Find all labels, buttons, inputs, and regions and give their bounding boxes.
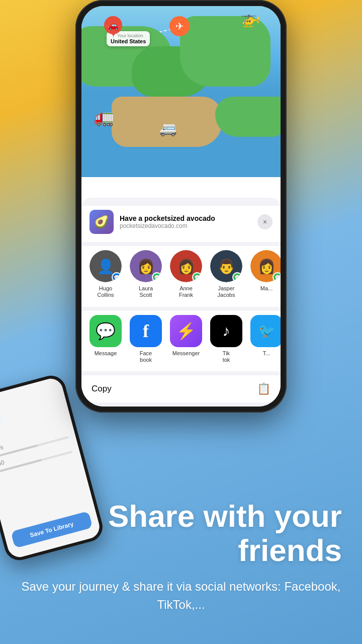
contact-name-anne: AnneFrank [179, 285, 193, 298]
contact-name-jasper: JasperJacobs [218, 285, 235, 298]
main-heading: Share with your friends [20, 499, 342, 568]
car-icon: 🚗 [104, 16, 122, 34]
phone-frame: 📍 Your location United States 🚗 ✈ 🚁 🚛 🚐 [75, 0, 287, 413]
share-title-container: Have a pocketsized avocado pocketsizedav… [120, 214, 257, 229]
bottom-section: Share with your friends Save your journe… [0, 403, 362, 644]
app-icon-messenger: ⚡ [170, 315, 202, 347]
share-sheet: 🥑 Have a pocketsized avocado pocketsized… [81, 198, 281, 407]
contact-ma[interactable]: 👩 💬 Ma... [250, 250, 281, 298]
copy-label: Copy [92, 384, 112, 394]
sub-text: Save your journey & share it via social … [20, 578, 342, 614]
copy-row[interactable]: Copy 📋 [81, 375, 281, 403]
app-name-tiktok: Tiktok [223, 350, 230, 363]
contact-badge-anne: 💬 [192, 272, 202, 282]
share-title-text: Have a pocketsized avocado [120, 214, 257, 222]
location-label: Your location [117, 33, 143, 38]
van-icon: 🚐 [159, 120, 177, 137]
map-area: 📍 Your location United States 🚗 ✈ 🚁 🚛 🚐 [81, 6, 281, 177]
contact-badge-laura: 💬 [152, 272, 162, 282]
contact-name-hugo: HugoCollins [97, 285, 114, 298]
contact-avatar-anne: 👩 💬 [170, 250, 202, 282]
contact-hugo-collins[interactable]: 👤 💬 HugoCollins [89, 250, 122, 298]
app-icon-twitter: 🐦 [250, 315, 281, 347]
plane-icon: ✈ [169, 16, 190, 36]
contact-name-ma: Ma... [260, 285, 273, 292]
close-button[interactable]: × [257, 214, 273, 229]
helicopter-icon: 🚁 [240, 9, 260, 28]
contact-anne-frank[interactable]: 👩 💬 AnneFrank [170, 250, 202, 298]
contact-laura-scott[interactable]: 👩 💬 LauraScott [130, 250, 162, 298]
contact-jasper-jacobs[interactable]: 👨 💬 JasperJacobs [210, 250, 242, 298]
app-name-message: Message [95, 350, 117, 357]
share-url: pocketsizedavocado.com [120, 222, 257, 229]
close-icon: × [263, 218, 267, 226]
share-header: 🥑 Have a pocketsized avocado pocketsized… [81, 206, 281, 242]
copy-icon: 📋 [257, 382, 270, 395]
app-icon-tiktok: ♪ [210, 315, 242, 347]
app-name-messenger: Messenger [172, 350, 200, 357]
location-name: United States [111, 38, 146, 44]
app-messenger[interactable]: ⚡ Messenger [170, 315, 202, 363]
app-message[interactable]: 💬 Message [89, 315, 122, 363]
contact-avatar-laura: 👩 💬 [130, 250, 162, 282]
contact-avatar-ma: 👩 💬 [250, 250, 281, 282]
truck-icon: 🚛 [94, 108, 114, 127]
contact-name-laura: LauraScott [139, 285, 153, 298]
app-twitter[interactable]: 🐦 T... [250, 315, 281, 363]
app-icon-facebook: f [130, 315, 162, 347]
app-name-twitter: T... [263, 350, 270, 357]
map-land-5 [215, 97, 281, 137]
contact-badge-jasper: 💬 [232, 272, 242, 282]
app-facebook[interactable]: f Facebook [130, 315, 162, 363]
app-icon-message: 💬 [89, 315, 122, 347]
main-phone: 📍 Your location United States 🚗 ✈ 🚁 🚛 🚐 [75, 0, 287, 413]
app-tiktok[interactable]: ♪ Tiktok [210, 315, 242, 363]
contacts-row: 👤 💬 HugoCollins 👩 💬 [81, 246, 281, 306]
contact-badge-hugo: 💬 [112, 272, 122, 282]
contact-avatar-jasper: 👨 💬 [210, 250, 242, 282]
contact-avatar-hugo: 👤 💬 [89, 250, 122, 282]
contact-badge-ma: 💬 [273, 272, 281, 282]
app-name-facebook: Facebook [140, 350, 152, 363]
apps-row: 💬 Message f Facebook ⚡ M [81, 311, 281, 371]
phone-screen: 📍 Your location United States 🚗 ✈ 🚁 🚛 🚐 [81, 6, 281, 407]
share-app-icon: 🥑 [89, 210, 114, 234]
